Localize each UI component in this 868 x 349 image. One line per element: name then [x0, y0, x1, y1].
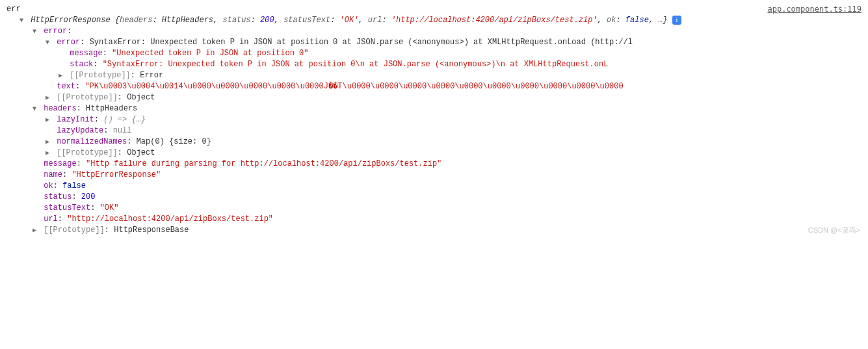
chevron-down-icon[interactable]: ▼ [46, 37, 52, 48]
prop-lazyupdate[interactable]: lazyUpdate: null [7, 125, 861, 136]
chevron-down-icon[interactable]: ▼ [20, 15, 26, 26]
spacer [33, 181, 39, 192]
chevron-right-icon[interactable]: ▶ [46, 148, 52, 159]
prop-url[interactable]: url: "http://localhost:4200/api/zipBoxs/… [7, 214, 861, 225]
prop-headers[interactable]: ▼ headers: HttpHeaders [7, 103, 861, 114]
prop-message[interactable]: message: "Http failure during parsing fo… [7, 159, 861, 170]
spacer [46, 81, 52, 92]
watermark: CSDN @<菜鸟> [808, 225, 860, 236]
prop-prototype[interactable]: ▶ [[Prototype]]: Object [7, 148, 861, 159]
prop-name[interactable]: name: "HttpErrorResponse" [7, 170, 861, 181]
prop-prototype[interactable]: ▶ [[Prototype]]: Object [7, 92, 861, 103]
prop-statustext[interactable]: statusText: "OK" [7, 203, 861, 214]
spacer [33, 159, 39, 170]
chevron-right-icon[interactable]: ▶ [33, 225, 39, 236]
spacer [33, 170, 39, 181]
spacer [46, 125, 52, 136]
prop-status[interactable]: status: 200 [7, 192, 861, 203]
chevron-down-icon[interactable]: ▼ [33, 103, 39, 114]
chevron-right-icon[interactable]: ▶ [46, 92, 52, 103]
source-link[interactable]: app.component.ts:119 [768, 4, 862, 15]
spacer [33, 203, 39, 214]
prop-ok[interactable]: ok: false [7, 181, 861, 192]
chevron-down-icon[interactable]: ▼ [33, 26, 39, 37]
object-summary[interactable]: ▼ HttpErrorResponse {headers: HttpHeader… [7, 15, 861, 26]
prop-prototype[interactable]: ▶ [[Prototype]]: Error [7, 70, 861, 81]
prop-normalizednames[interactable]: ▶ normalizedNames: Map(0) {size: 0} [7, 136, 861, 148]
chevron-right-icon[interactable]: ▶ [59, 70, 65, 81]
info-icon[interactable]: i [672, 16, 681, 25]
spacer [59, 59, 65, 70]
object-type: HttpErrorResponse [31, 16, 110, 25]
prop-message[interactable]: message: "Unexpected token P in JSON at … [7, 48, 861, 59]
spacer [59, 48, 65, 59]
chevron-right-icon[interactable]: ▶ [46, 114, 52, 125]
log-label: err [7, 4, 21, 15]
chevron-right-icon[interactable]: ▶ [46, 136, 52, 148]
prop-stack[interactable]: stack: "SyntaxError: Unexpected token P … [7, 59, 861, 70]
prop-error[interactable]: ▼ error: [7, 26, 861, 37]
prop-prototype[interactable]: ▶ [[Prototype]]: HttpResponseBase [7, 225, 861, 236]
prop-error-inner[interactable]: ▼ error: SyntaxError: Unexpected token P… [7, 37, 861, 48]
console-log-header: err app.component.ts:119 [7, 4, 861, 15]
spacer [33, 214, 39, 225]
prop-lazyinit[interactable]: ▶ lazyInit: () => {…} [7, 114, 861, 125]
spacer [33, 192, 39, 203]
prop-text[interactable]: text: "PK\u0003\u0004\u0014\u0000\u0000\… [7, 81, 861, 92]
